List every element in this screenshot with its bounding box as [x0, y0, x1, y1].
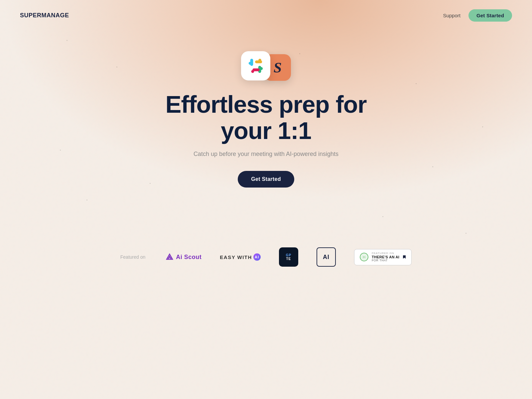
gpte-logo: GP TE	[279, 247, 298, 267]
thats-ai-sub-label: FOR THAT	[372, 259, 399, 262]
easy-ai-badge: AI	[253, 253, 261, 261]
nav-right: Support Get Started	[443, 9, 512, 22]
featured-section: Featured on Ai Scout EASY WITH AI GP TE …	[0, 234, 532, 280]
thats-ai-icon	[359, 252, 369, 262]
app-icons-container: S	[241, 51, 291, 81]
thats-ai-featured-label: FEATURED ON	[372, 252, 399, 255]
featured-label: Featured on	[120, 254, 146, 260]
hero-headline-line2: your 1:1	[221, 117, 311, 144]
slack-icon	[247, 57, 264, 74]
nav-get-started-button[interactable]: Get Started	[468, 9, 512, 22]
slack-icon-container	[241, 51, 270, 80]
hero-headline: Effortless prep for your 1:1	[165, 91, 366, 144]
easy-text: EASY WITH	[220, 254, 252, 260]
site-logo: SUPERMANAGE	[20, 12, 69, 19]
ai-scout-logo: Ai Scout	[165, 253, 201, 261]
thats-ai-text-block: FEATURED ON THERE'S AN AI FOR THAT	[372, 252, 399, 262]
featured-logos: Ai Scout EASY WITH AI GP TE AI FEATURED	[165, 247, 412, 267]
decorative-dot	[466, 233, 466, 234]
svg-rect-11	[362, 257, 366, 257]
support-link[interactable]: Support	[443, 13, 461, 18]
svg-rect-3	[258, 59, 261, 62]
ai-tools-text: AI	[323, 254, 330, 261]
hero-headline-line1: Effortless prep for	[165, 91, 366, 118]
ai-scout-label: Ai Scout	[176, 254, 201, 261]
hero-section: S Effortless prep for your 1:1 Catch up …	[0, 31, 532, 214]
gpte-top-text: GP	[286, 253, 291, 257]
thats-ai-bookmark-icon	[402, 255, 407, 259]
decorative-dot	[382, 216, 383, 217]
svg-rect-1	[249, 62, 252, 65]
hero-get-started-button[interactable]: Get Started	[238, 171, 294, 188]
site-header: SUPERMANAGE Support Get Started	[0, 0, 532, 31]
ai-scout-icon	[165, 253, 174, 261]
hero-subtext: Catch up before your meeting with AI-pow…	[194, 151, 338, 158]
scribe-letter: S	[274, 59, 282, 76]
thats-ai-logo: FEATURED ON THERE'S AN AI FOR THAT	[354, 249, 412, 265]
easy-with-ai-logo: EASY WITH AI	[220, 253, 261, 261]
gpte-bottom-text: TE	[286, 257, 291, 261]
ai-tools-logo: AI	[317, 247, 336, 267]
svg-rect-5	[260, 67, 263, 70]
svg-rect-7	[251, 70, 254, 73]
